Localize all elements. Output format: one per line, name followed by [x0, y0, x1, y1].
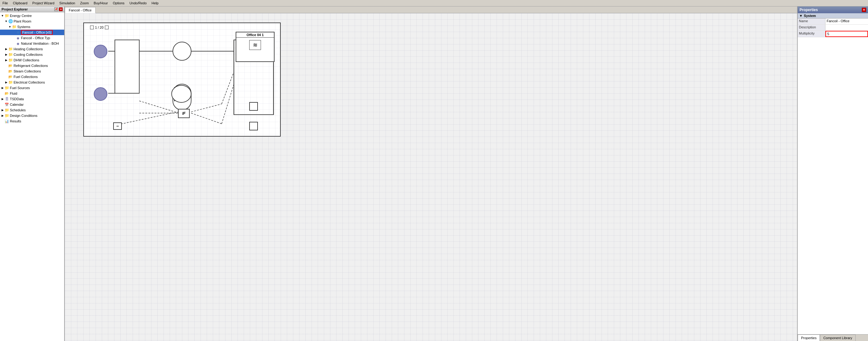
panel-title: Project Explorer: [2, 7, 28, 11]
tree-item-systems[interactable]: ▼ 📁 Systems: [0, 24, 64, 30]
center-area: Fancoil - Office: [65, 6, 797, 341]
globe-icon: 🌐: [8, 19, 13, 24]
properties-content: ▼ System Name Fancoil - Office Descripti…: [798, 13, 868, 334]
tree-container[interactable]: ▼ 📁 Energy Centre ▼ 🌐 Plant Room ▼ 📁 Sys…: [0, 12, 64, 341]
expander-schedules[interactable]: ▶: [1, 108, 4, 112]
properties-title: Properties: [800, 8, 818, 12]
label-calendar: Calendar: [10, 103, 24, 106]
tree-item-heating-collections[interactable]: ▶ 📁 Heating Collections: [0, 46, 64, 52]
label-design-conditions: Design Conditions: [10, 114, 37, 118]
tree-item-fluid[interactable]: 📂 Fluid: [0, 91, 64, 96]
tree-item-calendar[interactable]: 📅 Calendar: [0, 102, 64, 107]
expander-heating[interactable]: ▶: [4, 47, 8, 51]
office-label: Office 04 1: [236, 32, 274, 38]
expander-dhw[interactable]: ▶: [4, 58, 8, 62]
expander-results[interactable]: [1, 119, 4, 123]
tree-item-plant-room[interactable]: ▼ 🌐 Plant Room: [0, 19, 64, 24]
tree-item-cooling-collections[interactable]: ▶ 📁 Cooling Collections: [0, 52, 64, 57]
expander-fuel[interactable]: [4, 75, 8, 79]
menu-file[interactable]: File: [0, 1, 10, 5]
section-collapse-icon[interactable]: ▼: [799, 14, 803, 18]
tree-item-fuel-collections[interactable]: 📂 Fuel Collections: [0, 74, 64, 80]
panel-close-button[interactable]: ✕: [59, 7, 63, 11]
tree-item-dhw-collections[interactable]: ▶ 📁 DHW Collections: [0, 57, 64, 63]
menu-options[interactable]: Options: [111, 1, 127, 5]
expander-electrical[interactable]: ▶: [4, 81, 8, 84]
expander-fancoil-office[interactable]: [12, 31, 16, 34]
menu-simulation[interactable]: Simulation: [57, 1, 78, 5]
if-box: IF: [178, 109, 190, 118]
menu-zoom[interactable]: Zoom: [78, 1, 91, 5]
circle-blue-bottom: [94, 87, 107, 101]
expander-fancoil-typ[interactable]: [12, 36, 16, 40]
diagram-canvas: 1 / 20 Office 04 1 ≋ IF: [83, 23, 281, 136]
tree-item-design-conditions[interactable]: ▶ 📁 Design Conditions: [0, 113, 64, 118]
menubar: File Clipboard Project Wizard Simulation…: [0, 0, 868, 6]
svg-point-14: [172, 85, 191, 102]
label-fluid: Fluid: [10, 92, 17, 95]
menu-project-wizard[interactable]: Project Wizard: [30, 1, 57, 5]
label-results: Results: [10, 119, 21, 123]
tree-item-fancoil-office-typ[interactable]: ◉ Fancoil - Office Typ: [0, 35, 64, 41]
expander-steam[interactable]: [4, 69, 8, 73]
label-electrical-collections: Electrical Collections: [13, 81, 45, 84]
expander-fuel-sources[interactable]: ▶: [1, 86, 4, 90]
expander-energy-centre[interactable]: ▼: [1, 14, 4, 18]
vent-icon: ◉: [16, 41, 20, 46]
expander-nat-vent[interactable]: [12, 42, 16, 45]
tree-item-fuel-sources[interactable]: ▶ 📁 Fuel Sources: [0, 85, 64, 91]
folder-icon: 📁: [4, 13, 9, 18]
expander-tsddata[interactable]: ▶: [1, 97, 4, 101]
tree-item-schedules[interactable]: ▶ 📁 Schedules: [0, 107, 64, 113]
expander-refrigerant[interactable]: [4, 64, 8, 67]
expander-plant-room[interactable]: ▼: [4, 20, 8, 23]
small-box-bottom-right: [249, 122, 258, 130]
tree-item-electrical-collections[interactable]: ▶ 📁 Electrical Collections: [0, 80, 64, 85]
prop-value-name[interactable]: Fancoil - Office: [826, 19, 868, 24]
diagram-area[interactable]: 1 / 20 Office 04 1 ≋ IF: [65, 13, 797, 341]
prop-key-name: Name: [798, 19, 826, 24]
section-title: System: [804, 14, 816, 18]
prop-value-multiplicity[interactable]: 5: [826, 31, 868, 37]
svg-line-10: [222, 72, 234, 104]
tab-fancoil-office[interactable]: Fancoil - Office: [65, 7, 96, 13]
folder-icon-electrical: 📁: [8, 80, 13, 85]
tree-item-fancoil-office[interactable]: ⚙ Fancoil - Office [x5]: [0, 30, 64, 35]
prop-key-multiplicity: Multiplicity: [798, 31, 826, 37]
svg-line-9: [191, 113, 222, 124]
tree-item-natural-ventilation[interactable]: ◉ Natural Ventilation - BOH: [0, 41, 64, 46]
label-fancoil-typ: Fancoil - Office Typ: [21, 36, 50, 40]
hvac-icon: ≋: [249, 40, 261, 50]
tree-item-tsddata[interactable]: ▶ 🗄 TSDData: [0, 96, 64, 102]
tab-component-library[interactable]: Component Library: [820, 335, 856, 341]
prop-value-description[interactable]: [826, 25, 868, 31]
tree-item-refrigerant-collections[interactable]: 📂 Refrigerant Collections: [0, 63, 64, 68]
label-fancoil-office: Fancoil - Office [x5]: [21, 30, 53, 35]
checkbox-prev[interactable]: [90, 26, 94, 29]
menu-help[interactable]: Help: [149, 1, 161, 5]
tab-properties[interactable]: Properties: [798, 335, 820, 341]
expander-design-conditions[interactable]: ▶: [1, 114, 4, 118]
prop-row-description: Description: [798, 25, 868, 31]
tree-item-results[interactable]: 📊 Results: [0, 118, 64, 124]
label-energy-centre: Energy Centre: [10, 14, 32, 18]
label-dhw-collections: DHW Collections: [13, 58, 39, 62]
expander-fluid[interactable]: [1, 92, 4, 95]
properties-header: Properties ✕: [798, 6, 868, 13]
panel-pin-button[interactable]: 📌: [54, 7, 58, 11]
tree-item-steam-collections[interactable]: 📂 Steam Collections: [0, 68, 64, 74]
label-steam-collections: Steam Collections: [13, 69, 41, 73]
tab-bar: Fancoil - Office: [65, 6, 797, 13]
menu-clipboard[interactable]: Clipboard: [10, 1, 30, 5]
expander-cooling[interactable]: ▶: [4, 53, 8, 56]
checkbox-next[interactable]: [105, 26, 108, 29]
tree-item-energy-centre[interactable]: ▼ 📁 Energy Centre: [0, 13, 64, 19]
menu-buy-hour[interactable]: Buy/Hour: [91, 1, 111, 5]
expander-calendar[interactable]: [1, 103, 4, 106]
diagram-counter: 1 / 20: [90, 26, 108, 29]
svg-point-13: [173, 42, 191, 60]
expander-systems[interactable]: ▼: [8, 25, 12, 29]
menu-undo-redo[interactable]: Undo/Redo: [127, 1, 149, 5]
office-icon-container: ≋: [236, 38, 274, 50]
properties-close-button[interactable]: ✕: [862, 8, 866, 12]
